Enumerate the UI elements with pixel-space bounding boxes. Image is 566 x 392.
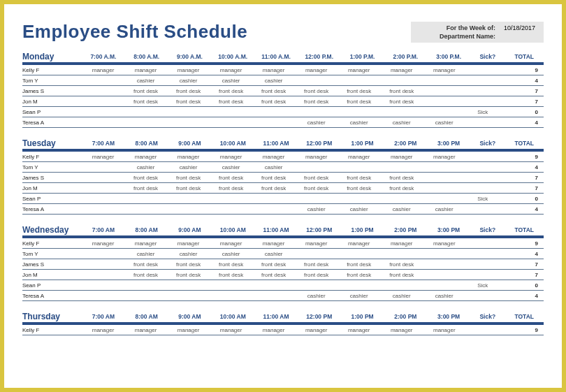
table-row: Jon Mfront deskfront deskfront deskfront… (22, 96, 544, 107)
day-block: Thursday7:00 AM8:00 AM9:00 AM10:00 AM11:… (22, 310, 544, 335)
meta-week-value: 10/18/2017 (500, 24, 538, 31)
shift-cell: front desk (252, 88, 295, 94)
total-cell: 7 (500, 261, 544, 268)
total-cell: 7 (500, 272, 544, 278)
shift-cell: cashier (380, 206, 423, 212)
header: Employee Shift Schedule For the Week of:… (22, 21, 544, 43)
employee-name: Teresa A (22, 119, 82, 126)
employee-name: James S (22, 88, 82, 94)
shift-cell: manager (380, 240, 423, 247)
page-title: Employee Shift Schedule (22, 21, 247, 43)
total-cell: 4 (500, 119, 544, 126)
shift-cell: front desk (124, 272, 167, 278)
employee-name: Kelly F (22, 327, 82, 333)
total-cell: 9 (500, 67, 544, 73)
time-header: 8:00 AM (125, 136, 168, 149)
total-cell: 0 (500, 196, 544, 202)
time-header: 3:00 P.M. (427, 50, 470, 62)
employee-name: Jon M (22, 99, 82, 105)
shift-cell: cashier (295, 293, 338, 299)
total-cell: 9 (500, 240, 544, 247)
shift-cell: front desk (124, 175, 167, 181)
table-row: Kelly Fmanagermanagermanagermanagermanag… (22, 152, 544, 162)
shift-cell: front desk (167, 185, 210, 191)
time-header: 7:00 AM (82, 136, 125, 149)
shift-cell: manager (295, 240, 338, 247)
employee-name: Sean P (22, 196, 82, 202)
employee-name: Jon M (22, 185, 82, 191)
meta-week-label: For the Week of: (416, 24, 495, 31)
shift-cell: cashier (380, 119, 423, 126)
employee-name: James S (22, 261, 82, 268)
shift-cell: front desk (295, 272, 338, 278)
time-header: 10:00 A.M. (211, 50, 254, 62)
shift-cell: front desk (380, 272, 423, 278)
shift-cell: front desk (295, 175, 338, 181)
total-cell: 7 (500, 185, 544, 191)
time-header: 11:00 AM (254, 136, 298, 149)
employee-name: Kelly F (22, 154, 82, 160)
shift-cell: manager (167, 67, 210, 73)
shift-cell: cashier (124, 78, 167, 84)
employee-name: Kelly F (22, 240, 82, 247)
table-row: Kelly Fmanagermanagermanagermanagermanag… (22, 238, 544, 249)
shift-cell: manager (295, 327, 338, 333)
time-header: 12:00 PM (298, 136, 341, 149)
shift-cell: front desk (167, 88, 210, 94)
shift-cell: front desk (380, 261, 423, 268)
total-cell: 9 (500, 154, 544, 160)
shift-cell: front desk (380, 185, 423, 191)
meta-box: For the Week of: 10/18/2017 Department N… (411, 22, 544, 43)
total-cell: 4 (500, 251, 544, 257)
shift-cell: manager (210, 154, 252, 160)
shift-cell: manager (210, 240, 252, 247)
sick-cell: Sick (465, 109, 500, 115)
shift-cell: manager (338, 154, 380, 160)
shift-cell: front desk (124, 99, 167, 105)
employee-name: Jon M (22, 272, 82, 278)
day-block: Wednesday7:00 AM8:00 AM9:00 AM10:00 AM11… (22, 223, 544, 301)
time-header: 11:00 AM (254, 223, 298, 235)
sick-header: Sick? (470, 223, 505, 235)
table-row: Sean PSick0 (22, 194, 544, 204)
shift-cell: front desk (210, 99, 252, 105)
day-header: Monday7:00 A.M.8:00 A.M.9:00 A.M.10:00 A… (22, 50, 544, 65)
shift-cell: cashier (423, 206, 465, 212)
shift-cell: cashier (423, 119, 465, 126)
total-cell: 9 (500, 327, 544, 333)
time-header: 12:00 P.M. (298, 50, 341, 62)
total-cell: 4 (500, 206, 544, 212)
employee-name: Sean P (22, 282, 82, 289)
shift-cell: front desk (167, 99, 210, 105)
shift-cell: manager (167, 240, 210, 247)
shift-cell: cashier (380, 293, 423, 299)
table-row: James Sfront deskfront deskfront deskfro… (22, 173, 544, 183)
time-header: 9:00 AM (168, 136, 212, 149)
day-block: Tuesday7:00 AM8:00 AM9:00 AM10:00 AM11:0… (22, 136, 544, 215)
time-header: 2:00 P.M. (384, 50, 427, 62)
shift-cell: front desk (295, 185, 338, 191)
day-header: Thursday7:00 AM8:00 AM9:00 AM10:00 AM11:… (22, 310, 544, 325)
day-name: Wednesday (22, 223, 82, 235)
sick-header: Sick? (470, 310, 505, 322)
shift-cell: front desk (380, 99, 423, 105)
shift-cell: manager (124, 67, 167, 73)
shift-cell: front desk (252, 99, 295, 105)
meta-dept-row: Department Name: (416, 33, 538, 40)
shift-cell: front desk (210, 175, 252, 181)
time-header: 7:00 AM (82, 310, 125, 322)
table-row: Sean PSick0 (22, 280, 544, 291)
shift-cell: manager (124, 327, 167, 333)
table-row: Tom Ycashiercashiercashiercashier4 (22, 75, 544, 86)
table-row: James Sfront deskfront deskfront deskfro… (22, 86, 544, 96)
table-row: James Sfront deskfront deskfront deskfro… (22, 259, 544, 270)
table-row: Tom Ycashiercashiercashiercashier4 (22, 162, 544, 173)
table-row: Kelly Fmanagermanagermanagermanagermanag… (22, 65, 544, 75)
sick-cell: Sick (465, 282, 500, 289)
total-cell: 7 (500, 99, 544, 105)
time-header: 3:00 PM (427, 136, 470, 149)
shift-cell: front desk (167, 175, 210, 181)
shift-cell: front desk (124, 185, 167, 191)
shift-cell: cashier (210, 251, 252, 257)
table-row: Tom Ycashiercashiercashiercashier4 (22, 249, 544, 259)
